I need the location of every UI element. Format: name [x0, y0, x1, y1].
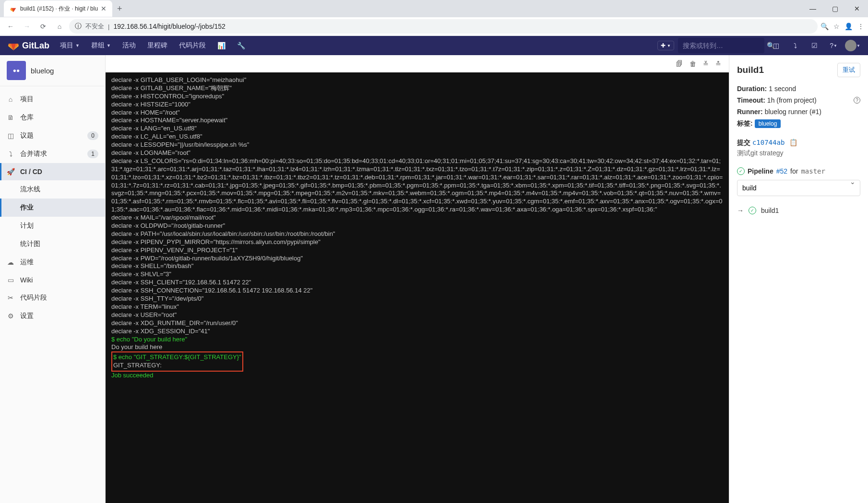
close-icon[interactable]: ✕ [101, 5, 107, 12]
project-name: bluelog [31, 67, 54, 75]
maximize-button[interactable]: ▢ [824, 0, 846, 17]
sidebar-item-snippets[interactable]: ✂代码片段 [0, 289, 105, 307]
stage-select[interactable]: build [737, 180, 860, 196]
reload-button[interactable]: ⟳ [36, 20, 50, 33]
sidebar-item-wiki[interactable]: ▭Wiki [0, 271, 105, 289]
back-button[interactable]: ← [4, 20, 17, 33]
arrow-right-icon: → [737, 207, 744, 214]
gitlab-nav: 项目▼ 群组▼ 活动 里程碑 代码片段 📊 🔧 [55, 36, 250, 55]
gear-icon: ⚙ [7, 312, 14, 320]
duration-label: Duration: [737, 85, 767, 93]
job-status-icon: ✓ [749, 207, 756, 214]
job-details-panel: build1 重试 Duration: 1 second Timeout: 1h… [729, 55, 868, 503]
job-title: build1 [737, 65, 764, 75]
new-tab-button[interactable]: + [112, 4, 127, 14]
help-icon[interactable]: ? ▼ [826, 38, 841, 53]
nav-groups[interactable]: 群组▼ [86, 36, 116, 55]
window-controls: — ▢ ✕ [802, 0, 868, 17]
tags-label: 标签: [737, 119, 753, 128]
project-sidebar: ●● bluelog ⌂项目 🗎仓库 ◫议题0 ⤵合并请求1 🚀CI / CD … [0, 55, 106, 503]
pipeline-status-icon: ✓ [737, 167, 745, 175]
copy-icon[interactable]: 📋 [789, 139, 797, 146]
nav-snippets[interactable]: 代码片段 [174, 36, 211, 55]
sidebar-item-repo[interactable]: 🗎仓库 [0, 108, 105, 127]
browser-tab[interactable]: build1 (#152) · 作业 · higit / blu ✕ [4, 0, 112, 17]
sidebar-item-mr[interactable]: ⤵合并请求1 [0, 145, 105, 163]
search-box[interactable]: 🔍 [678, 38, 764, 53]
sidebar-item-cicd[interactable]: 🚀CI / CD [0, 163, 105, 180]
forward-button[interactable]: → [20, 20, 34, 33]
project-header[interactable]: ●● bluelog [0, 55, 105, 86]
home-icon: ⌂ [7, 95, 14, 103]
file-icon: 🗎 [7, 114, 14, 121]
gitlab-favicon [10, 5, 17, 12]
insecure-label: 不安全 [85, 22, 104, 31]
merge-requests-icon[interactable]: ⤵ [787, 38, 803, 53]
search-input[interactable] [683, 42, 767, 49]
todos-icon[interactable]: ☑ [807, 38, 822, 53]
timeout-label: Timeout: [737, 96, 765, 104]
scroll-down-icon[interactable]: ≚ [703, 60, 709, 68]
issue-icon: ◫ [7, 132, 14, 140]
nav-admin-icon[interactable]: 🔧 [232, 36, 250, 55]
runner-value: bluelog runner (#1) [765, 108, 821, 116]
timeout-value: 1h (from project) [767, 96, 817, 104]
sidebar-sub-charts[interactable]: 统计图 [0, 235, 105, 253]
sidebar-item-settings[interactable]: ⚙设置 [0, 307, 105, 325]
scroll-top-icon[interactable]: 🗐 [676, 60, 683, 68]
home-button[interactable]: ⌂ [53, 20, 66, 33]
nav-projects[interactable]: 项目▼ [55, 36, 84, 55]
project-avatar: ●● [7, 61, 26, 80]
sidebar-sub-jobs[interactable]: 作业 [0, 199, 105, 217]
nav-milestones[interactable]: 里程碑 [143, 36, 172, 55]
gitlab-header: GitLab 项目▼ 群组▼ 活动 里程碑 代码片段 📊 🔧 ✚ ▼ 🔍 ◫ ⤵… [0, 36, 868, 55]
address-input[interactable]: ⓘ 不安全 | 192.168.56.14/higit/bluelog/-/jo… [69, 19, 818, 34]
job-list-item[interactable]: → ✓ build1 [737, 207, 860, 214]
new-dropdown[interactable]: ✚ ▼ [657, 41, 674, 50]
sidebar-sub-schedules[interactable]: 计划 [0, 217, 105, 235]
close-window-button[interactable]: ✕ [846, 0, 868, 17]
sidebar-item-issues[interactable]: ◫议题0 [0, 127, 105, 145]
book-icon: ▭ [7, 276, 14, 284]
nav-operations-icon[interactable]: 📊 [213, 36, 230, 55]
browser-address-bar: ← → ⟳ ⌂ ⓘ 不安全 | 192.168.56.14/higit/blue… [0, 17, 868, 35]
gitlab-logo[interactable]: GitLab [8, 40, 49, 51]
commit-sha-link[interactable]: c10744ab [752, 139, 785, 146]
job-toolbar: 🗐 🗑 ≚ ≛ [106, 55, 729, 72]
scissors-icon: ✂ [7, 294, 14, 302]
job-log-panel: 🗐 🗑 ≚ ≛ declare -x GITLAB_USER_LOGIN="me… [106, 55, 729, 503]
runner-label: Runner: [737, 108, 763, 116]
browser-tab-bar: build1 (#152) · 作业 · higit / blu ✕ + — ▢… [0, 0, 868, 17]
job-log[interactable]: declare -x GITLAB_USER_LOGIN="meizhaohui… [106, 72, 729, 503]
tag-badge: bluelog [755, 119, 781, 128]
sidebar-item-ops[interactable]: ☁运维 [0, 253, 105, 271]
cloud-icon: ☁ [7, 258, 14, 266]
retry-button[interactable]: 重试 [837, 63, 860, 77]
merge-icon: ⤵ [7, 150, 14, 158]
info-icon: ⓘ [75, 22, 82, 31]
branch-name: master [801, 167, 825, 175]
scroll-up-icon[interactable]: ≛ [715, 60, 721, 68]
user-avatar[interactable]: ▼ [845, 38, 860, 53]
zoom-icon[interactable]: 🔍 [820, 23, 829, 30]
sidebar-item-project[interactable]: ⌂项目 [0, 90, 105, 108]
nav-activity[interactable]: 活动 [118, 36, 141, 55]
profile-icon[interactable]: 👤 [844, 23, 853, 30]
commit-message: 测试git strategy [737, 149, 860, 158]
issues-icon[interactable]: ◫ [768, 38, 784, 53]
browser-chrome: build1 (#152) · 作业 · higit / blu ✕ + — ▢… [0, 0, 868, 36]
pipeline-label: Pipeline [748, 167, 773, 175]
browser-tab-title: build1 (#152) · 作业 · higit / blu [20, 5, 98, 13]
page-url: 192.168.56.14/higit/bluelog/-/jobs/152 [113, 23, 226, 30]
pipeline-link[interactable]: #52 [776, 167, 787, 175]
bookmark-icon[interactable]: ☆ [833, 23, 840, 30]
sidebar-sub-pipelines[interactable]: 流水线 [0, 180, 105, 199]
menu-icon[interactable]: ⋮ [857, 23, 864, 30]
erase-icon[interactable]: 🗑 [690, 60, 696, 68]
job-list-name: build1 [761, 207, 779, 214]
minimize-button[interactable]: — [802, 0, 824, 17]
duration-value: 1 second [769, 85, 796, 93]
commit-label: 提交 [737, 139, 750, 146]
help-icon[interactable]: ? [854, 97, 860, 104]
rocket-icon: 🚀 [7, 168, 14, 175]
